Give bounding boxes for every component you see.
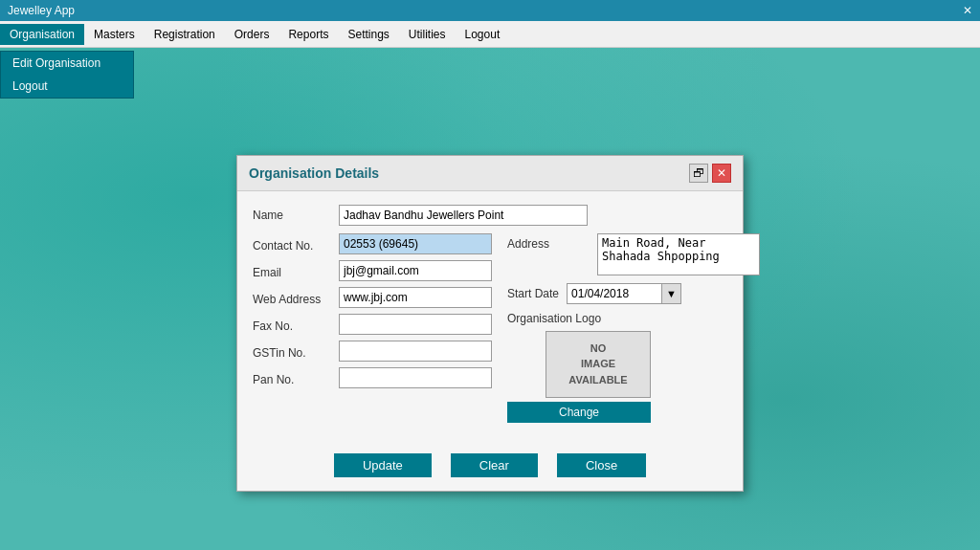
close-button[interactable]: Close <box>557 453 646 477</box>
title-close-btn[interactable]: ✕ <box>963 4 972 17</box>
dialog-minimize-btn[interactable]: 🗗 <box>689 164 708 183</box>
org-logo-section: Organisation Logo NOIMAGEAVAILABLE Chang… <box>507 312 760 423</box>
date-wrapper: ▼ <box>567 283 681 304</box>
contact-address-row: Contact No. Email Web Address Fax N <box>253 233 727 423</box>
name-input[interactable] <box>339 205 588 226</box>
dialog-close-btn[interactable]: ✕ <box>712 164 731 183</box>
fax-input[interactable] <box>339 314 492 335</box>
calendar-icon[interactable]: ▼ <box>662 283 681 304</box>
menu-item-reports[interactable]: Reports <box>278 24 338 45</box>
gstin-input[interactable] <box>339 341 492 362</box>
start-date-row: Start Date ▼ <box>507 283 760 304</box>
menu-item-settings[interactable]: Settings <box>338 24 398 45</box>
menu-item-masters[interactable]: Masters <box>84 24 145 45</box>
fax-label: Fax No. <box>253 316 339 333</box>
dialog-footer: Update Clear Close <box>237 444 743 491</box>
menu-item-logout[interactable]: Logout <box>456 24 510 45</box>
address-section: Address Main Road, Near Shahada Shpoppin… <box>507 233 760 275</box>
menu-item-orders[interactable]: Orders <box>225 24 279 45</box>
menu-item-registration[interactable]: Registration <box>145 24 225 45</box>
dialog-title: Organisation Details <box>249 165 379 181</box>
org-dropdown: Edit Organisation Logout <box>0 51 134 99</box>
organisation-details-dialog: Organisation Details 🗗 ✕ Name <box>236 155 744 492</box>
pan-input[interactable] <box>339 367 492 388</box>
background: TrackKey.com Organisation Details 🗗 ✕ Na… <box>0 48 980 550</box>
menu-bar: Organisation Edit Organisation Logout Ma… <box>0 21 980 48</box>
title-bar: Jewelley App ✕ <box>0 0 980 21</box>
right-panel: Address Main Road, Near Shahada Shpoppin… <box>507 233 760 423</box>
web-label: Web Address <box>253 289 339 306</box>
menu-item-organisation[interactable]: Organisation Edit Organisation Logout <box>0 24 84 45</box>
web-input[interactable] <box>339 287 492 308</box>
dialog-header: Organisation Details 🗗 ✕ <box>237 156 743 191</box>
dropdown-item-edit-org[interactable]: Edit Organisation <box>1 52 133 75</box>
org-logo-label: Organisation Logo <box>507 312 760 325</box>
pan-label: Pan No. <box>253 369 339 386</box>
gstin-label: GSTin No. <box>253 342 339 360</box>
email-input[interactable] <box>339 260 492 281</box>
name-row: Name <box>253 205 727 226</box>
contact-input[interactable] <box>339 233 492 254</box>
start-date-input[interactable] <box>567 283 662 304</box>
dialog-overlay: Organisation Details 🗗 ✕ Name <box>0 96 980 550</box>
contact-label: Contact No. <box>253 235 339 253</box>
dialog-body: Name Contact No. Email <box>237 191 743 444</box>
clear-button[interactable]: Clear <box>451 453 538 477</box>
change-image-button[interactable]: Change <box>507 402 651 423</box>
dialog-controls: 🗗 ✕ <box>689 164 731 183</box>
no-image-placeholder: NOIMAGEAVAILABLE <box>546 331 651 398</box>
update-button[interactable]: Update <box>334 453 432 477</box>
no-image-text1: NOIMAGEAVAILABLE <box>568 341 627 388</box>
dropdown-item-logout[interactable]: Logout <box>1 75 133 98</box>
address-label: Address <box>507 233 593 251</box>
start-date-label: Start Date <box>507 287 559 300</box>
address-input[interactable]: Main Road, Near Shahada Shpopping <box>597 233 760 275</box>
app-title: Jewelley App <box>8 4 75 17</box>
name-label: Name <box>253 205 339 222</box>
menu-item-utilities[interactable]: Utilities <box>399 24 456 45</box>
email-label: Email <box>253 262 339 279</box>
